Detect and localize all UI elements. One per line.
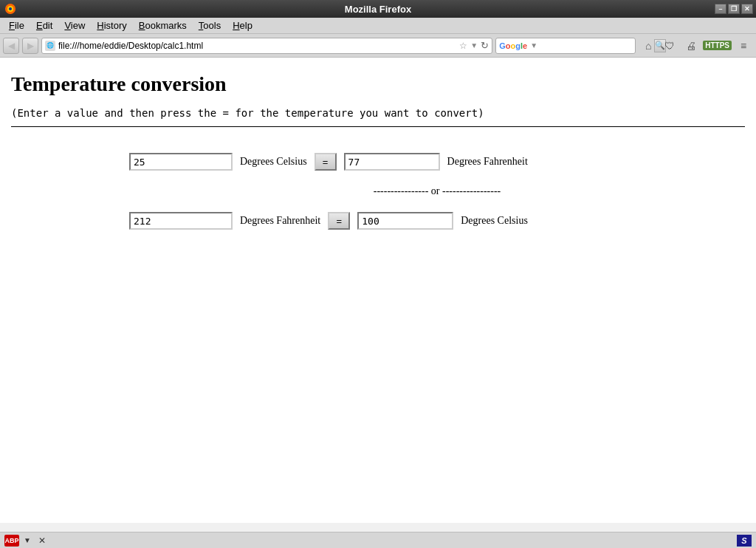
celsius-label: Degrees Celsius	[240, 156, 307, 168]
browser-content: Temperature conversion (Enter a value an…	[0, 58, 756, 523]
menu-button[interactable]: ≡	[734, 38, 753, 54]
menu-help[interactable]: Help	[227, 18, 258, 32]
shield-icon[interactable]: 🛡	[660, 38, 679, 54]
menu-tools[interactable]: Tools	[193, 18, 227, 32]
fahrenheit-label: Degrees Fahrenheit	[447, 156, 528, 168]
search-dropdown-icon[interactable]: ▼	[530, 41, 537, 49]
page-icon: 🌐	[45, 41, 55, 51]
minimize-button[interactable]: –	[715, 4, 726, 14]
celsius-label2: Degrees Celsius	[461, 215, 528, 227]
forward-button[interactable]: ▶	[22, 38, 38, 54]
fahrenheit-equals-button[interactable]: =	[328, 212, 350, 230]
celsius-to-fahrenheit-row: Degrees Celsius = Degrees Fahrenheit	[129, 153, 745, 171]
address-input[interactable]	[58, 41, 456, 51]
fahrenheit-result-input[interactable]	[344, 153, 440, 171]
firefox-icon	[4, 3, 16, 15]
google-logo: Google	[499, 41, 527, 50]
menu-file[interactable]: File	[3, 18, 30, 32]
page-title: Temperature conversion	[11, 72, 745, 96]
or-divider-text: ---------------- or -----------------	[374, 185, 501, 196]
celsius-input[interactable]	[129, 153, 233, 171]
address-dropdown-icon[interactable]: ▼	[470, 41, 478, 49]
search-input[interactable]	[540, 41, 651, 51]
page-subtitle: (Enter a value and then press the = for …	[11, 107, 745, 119]
menu-bookmarks[interactable]: Bookmarks	[133, 18, 193, 32]
restore-button[interactable]: ❐	[728, 4, 740, 14]
nav-bar: ◀ ▶ 🌐 ☆ ▼ ↻ Google ▼ 🔍 ⌂ 🛡 🖨 HTTPS ≡	[0, 34, 756, 58]
fahrenheit-to-celsius-row: Degrees Fahrenheit = Degrees Celsius	[129, 212, 745, 230]
search-bar-container: Google ▼ 🔍	[495, 38, 636, 54]
bookmark-star-icon[interactable]: ☆	[459, 41, 467, 51]
home-button[interactable]: ⌂	[639, 38, 658, 54]
window-title: Mozilla Firefox	[345, 4, 411, 15]
celsius-equals-button[interactable]: =	[315, 153, 337, 171]
conversion-area: Degrees Celsius = Degrees Fahrenheit ---…	[11, 145, 745, 252]
fahrenheit-label2: Degrees Fahrenheit	[240, 215, 320, 227]
divider	[11, 126, 745, 127]
window-controls: – ❐ ✕	[715, 4, 753, 14]
celsius-result-input[interactable]	[357, 212, 453, 230]
back-button[interactable]: ◀	[3, 38, 19, 54]
fahrenheit-input[interactable]	[129, 212, 233, 230]
menu-history[interactable]: History	[91, 18, 132, 32]
nav-right-icons: ⌂ 🛡 🖨 HTTPS ≡	[639, 38, 753, 54]
close-button[interactable]: ✕	[741, 4, 753, 14]
title-bar: Mozilla Firefox – ❐ ✕	[0, 0, 756, 18]
print-button[interactable]: 🖨	[681, 38, 701, 54]
menu-edit[interactable]: Edit	[30, 18, 58, 32]
menu-bar: File Edit View History Bookmarks Tools H…	[0, 18, 756, 34]
reload-icon[interactable]: ↻	[481, 40, 489, 51]
svg-point-2	[9, 7, 12, 10]
address-bar-container: 🌐 ☆ ▼ ↻	[41, 38, 492, 54]
or-divider: ---------------- or -----------------	[129, 185, 745, 197]
https-badge[interactable]: HTTPS	[703, 41, 732, 50]
menu-view[interactable]: View	[58, 18, 91, 32]
